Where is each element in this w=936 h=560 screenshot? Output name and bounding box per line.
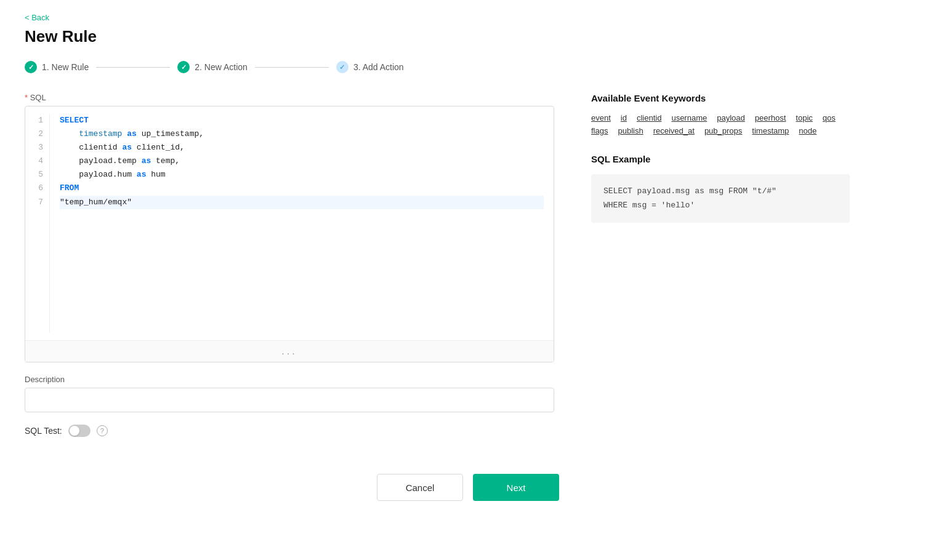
line-num-2: 2 — [33, 127, 43, 141]
line-numbers: 1 2 3 4 5 6 7 — [25, 114, 50, 333]
description-label: Description — [25, 375, 554, 384]
line-num-4: 4 — [33, 154, 43, 168]
code-line-4: payload.temp as temp, — [60, 154, 544, 168]
step-3: ✓ 3. Add Action — [336, 61, 404, 73]
step2-icon: ✓ — [177, 61, 190, 73]
keyword-peerhost[interactable]: peerhost — [755, 113, 786, 122]
editor-footer: ... — [25, 340, 554, 362]
sql-example-line2: WHERE msg = 'hello' — [603, 198, 837, 212]
page-title: New Rule — [25, 27, 911, 46]
keyword-username[interactable]: username — [671, 113, 707, 122]
keyword-event[interactable]: event — [591, 113, 611, 122]
keywords-title: Available Event Keywords — [591, 93, 850, 103]
sql-test-row: SQL Test: ? — [25, 425, 554, 437]
step1-icon: ✓ — [25, 61, 37, 73]
step-line-1 — [96, 67, 170, 68]
keyword-flags[interactable]: flags — [591, 126, 608, 135]
step3-label: 3. Add Action — [353, 62, 404, 72]
code-line-6: FROM — [60, 182, 544, 195]
next-button[interactable]: Next — [473, 474, 559, 501]
sql-label-text: SQL — [30, 93, 46, 102]
line-num-1: 1 — [33, 114, 43, 127]
sql-example-block: SELECT payload.msg as msg FROM "t/#" WHE… — [591, 174, 850, 223]
line-num-6: 6 — [33, 182, 43, 195]
code-content[interactable]: SELECT timestamp as up_timestamp, client… — [50, 114, 554, 333]
sql-test-toggle[interactable] — [68, 425, 91, 437]
line-num-7: 7 — [33, 196, 43, 209]
step2-label: 2. New Action — [195, 62, 248, 72]
cancel-button[interactable]: Cancel — [377, 474, 463, 501]
keywords-list: event id clientid username payload peerh… — [591, 113, 850, 135]
keyword-topic[interactable]: topic — [796, 113, 812, 122]
toggle-knob — [70, 426, 79, 436]
keyword-clientid[interactable]: clientid — [637, 113, 661, 122]
keyword-publish[interactable]: publish — [618, 126, 643, 135]
keyword-pub-props[interactable]: pub_props — [704, 126, 742, 135]
code-line-2: timestamp as up_timestamp, — [60, 127, 544, 141]
step-2: ✓ 2. New Action — [177, 61, 248, 73]
step3-icon: ✓ — [336, 61, 349, 73]
code-line-1: SELECT — [60, 114, 544, 127]
description-input[interactable] — [25, 388, 554, 412]
keyword-payload[interactable]: payload — [717, 113, 745, 122]
code-line-3: clientid as client_id, — [60, 141, 544, 154]
footer-buttons: Cancel Next — [25, 474, 911, 526]
step-1: ✓ 1. New Rule — [25, 61, 89, 73]
sql-code-editor[interactable]: 1 2 3 4 5 6 7 SELECT timestamp as up_tim… — [25, 106, 554, 362]
keyword-timestamp[interactable]: timestamp — [752, 126, 789, 135]
code-line-5: payload.hum as hum — [60, 168, 544, 182]
sql-example-line1: SELECT payload.msg as msg FROM "t/#" — [603, 184, 837, 198]
keyword-qos[interactable]: qos — [823, 113, 836, 122]
help-icon[interactable]: ? — [97, 425, 108, 436]
description-section: Description — [25, 375, 554, 412]
keyword-id[interactable]: id — [621, 113, 627, 122]
line-num-5: 5 — [33, 168, 43, 182]
back-link[interactable]: < Back — [25, 13, 49, 22]
keyword-received-at[interactable]: received_at — [653, 126, 695, 135]
sql-required-mark: * — [25, 93, 28, 102]
line-num-3: 3 — [33, 141, 43, 154]
sql-test-label: SQL Test: — [25, 426, 62, 436]
code-line-7: "temp_hum/emqx" — [60, 196, 544, 209]
sql-section-label: * SQL — [25, 93, 554, 102]
sql-example-title: SQL Example — [591, 154, 850, 164]
step1-label: 1. New Rule — [42, 62, 89, 72]
step-line-2 — [255, 67, 329, 68]
steps-bar: ✓ 1. New Rule ✓ 2. New Action ✓ 3. Add A… — [25, 61, 911, 73]
keyword-node[interactable]: node — [799, 126, 817, 135]
